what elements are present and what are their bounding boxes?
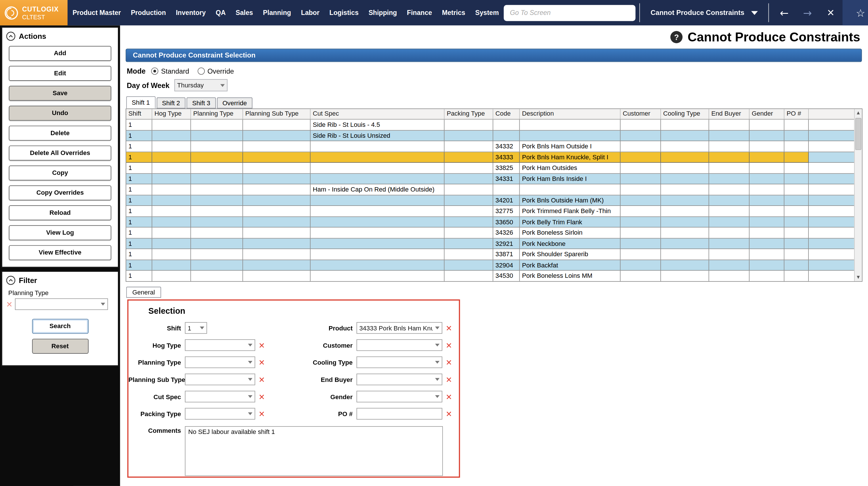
cell-hog-type[interactable] — [152, 184, 191, 195]
favorite-star-button[interactable]: ☆ — [842, 0, 868, 26]
cell-packing-type[interactable] — [445, 163, 493, 174]
cell-cut-spec[interactable]: Side Rib - St Louis - 4.5 — [311, 120, 445, 130]
cell-description[interactable]: Pork Ham Outsides — [520, 163, 620, 174]
cell-gender[interactable] — [749, 163, 784, 174]
cell-cooling-type[interactable] — [661, 227, 709, 238]
cell-planning-type[interactable] — [191, 141, 243, 152]
cell-hog-type[interactable] — [152, 130, 191, 141]
cell-gender[interactable] — [749, 206, 784, 217]
cell-shift[interactable]: 1 — [126, 227, 152, 238]
cell-po[interactable] — [784, 271, 809, 281]
app-logo-block[interactable]: CUTLOGIX CLTEST — [0, 0, 68, 26]
cell-packing-type[interactable] — [445, 184, 493, 195]
cell-planning-sub-type[interactable] — [243, 227, 311, 238]
end-buyer-clear-icon[interactable]: ✕ — [445, 375, 452, 383]
cell-cooling-type[interactable] — [661, 163, 709, 174]
cut-spec-select[interactable] — [185, 391, 255, 402]
cell-end-buyer[interactable] — [709, 141, 750, 152]
cell-gender[interactable] — [749, 152, 784, 163]
cell-gender[interactable] — [749, 120, 784, 130]
cell-gender[interactable] — [749, 217, 784, 228]
cell-description[interactable]: Pork Neckbone — [520, 238, 620, 249]
column-header-end-buyer[interactable]: End Buyer — [709, 109, 750, 119]
cell-packing-type[interactable] — [445, 249, 493, 260]
cell-filler[interactable] — [809, 195, 854, 206]
comments-textarea[interactable]: No SEJ labour available shift 1 — [185, 426, 443, 476]
cell-code[interactable]: 34201 — [493, 195, 520, 206]
cell-planning-sub-type[interactable] — [243, 249, 311, 260]
cell-po[interactable] — [784, 141, 809, 152]
nav-item-metrics[interactable]: Metrics — [437, 0, 470, 26]
cell-shift[interactable]: 1 — [126, 141, 152, 152]
forward-button[interactable]: → — [796, 0, 819, 26]
table-row[interactable]: 134332Pork Bnls Ham Outside I — [126, 141, 854, 152]
cell-cooling-type[interactable] — [661, 130, 709, 141]
product-clear-icon[interactable]: ✕ — [445, 324, 452, 332]
cell-cut-spec[interactable]: Side Rib - St Louis Unsized — [311, 130, 445, 141]
cell-planning-type[interactable] — [191, 130, 243, 141]
cell-cooling-type[interactable] — [661, 195, 709, 206]
table-row[interactable]: 134326Pork Boneless Sirloin — [126, 227, 854, 238]
column-header-shift[interactable]: Shift — [126, 109, 152, 119]
cell-planning-sub-type[interactable] — [243, 163, 311, 174]
cell-filler[interactable] — [809, 206, 854, 217]
table-row[interactable]: 134333Pork Bnls Ham Knuckle, Split I — [126, 152, 854, 163]
planning-type-clear-icon[interactable]: ✕ — [258, 358, 265, 366]
cell-customer[interactable] — [621, 152, 661, 163]
cell-planning-type[interactable] — [191, 260, 243, 271]
table-row[interactable]: 1Side Rib - St Louis - 4.5 — [126, 120, 854, 130]
cell-cut-spec[interactable]: Ham - Inside Cap On Red (Middle Outside) — [311, 184, 445, 195]
nav-item-system[interactable]: System — [470, 0, 504, 26]
chevron-down-icon[interactable] — [246, 391, 255, 402]
product-select[interactable]: 34333 Pork Bnls Ham Knucl — [356, 322, 442, 334]
planning-type-select[interactable] — [185, 357, 255, 368]
delete-all-overrides-button[interactable]: Delete All Overrides — [9, 146, 111, 160]
cell-description[interactable]: Pork Ham Bnls Inside I — [520, 174, 620, 184]
cell-description[interactable]: Pork Bnls Ham Outside I — [520, 141, 620, 152]
cell-shift[interactable]: 1 — [126, 184, 152, 195]
cell-shift[interactable]: 1 — [126, 163, 152, 174]
cell-packing-type[interactable] — [445, 174, 493, 184]
cell-code[interactable]: 34333 — [493, 152, 520, 163]
customer-clear-icon[interactable]: ✕ — [445, 341, 452, 349]
cell-gender[interactable] — [749, 238, 784, 249]
nav-item-inventory[interactable]: Inventory — [171, 0, 211, 26]
collapse-chevron-icon[interactable] — [6, 276, 16, 285]
cell-end-buyer[interactable] — [709, 130, 750, 141]
cell-description[interactable] — [520, 130, 620, 141]
cell-code[interactable] — [493, 130, 520, 141]
day-of-week-select[interactable]: Thursday — [174, 79, 227, 91]
back-button[interactable]: ← — [773, 0, 796, 26]
delete-button[interactable]: Delete — [9, 126, 111, 141]
cell-packing-type[interactable] — [445, 227, 493, 238]
cell-end-buyer[interactable] — [709, 217, 750, 228]
cell-customer[interactable] — [621, 227, 661, 238]
cell-cooling-type[interactable] — [661, 260, 709, 271]
cell-gender[interactable] — [749, 271, 784, 281]
cell-code[interactable]: 34332 — [493, 141, 520, 152]
screen-selector-dropdown[interactable]: Cannot Produce Constraints — [644, 0, 765, 26]
cell-cooling-type[interactable] — [661, 249, 709, 260]
cell-hog-type[interactable] — [152, 195, 191, 206]
cell-planning-type[interactable] — [191, 120, 243, 130]
cell-gender[interactable] — [749, 227, 784, 238]
cell-description[interactable]: Pork Shoulder Sparerib — [520, 249, 620, 260]
vertical-scrollbar[interactable]: ▲ ▼ — [854, 109, 862, 281]
cell-cut-spec[interactable] — [311, 260, 445, 271]
cell-hog-type[interactable] — [152, 174, 191, 184]
cell-shift[interactable]: 1 — [126, 260, 152, 271]
cell-shift[interactable]: 1 — [126, 130, 152, 141]
chevron-down-icon[interactable] — [433, 374, 442, 385]
tab-shift-3[interactable]: Shift 3 — [187, 97, 216, 109]
table-row[interactable]: 133650Pork Belly Trim Flank — [126, 217, 854, 228]
view-log-button[interactable]: View Log — [9, 225, 111, 240]
end-buyer-select[interactable] — [356, 373, 442, 385]
cell-po[interactable] — [784, 249, 809, 260]
cell-customer[interactable] — [621, 238, 661, 249]
scroll-up-arrow-icon[interactable]: ▲ — [855, 109, 862, 117]
cell-po[interactable] — [784, 238, 809, 249]
cell-end-buyer[interactable] — [709, 152, 750, 163]
cell-code[interactable]: 33825 — [493, 163, 520, 174]
cell-planning-type[interactable] — [191, 206, 243, 217]
undo-button[interactable]: Undo — [9, 106, 111, 121]
